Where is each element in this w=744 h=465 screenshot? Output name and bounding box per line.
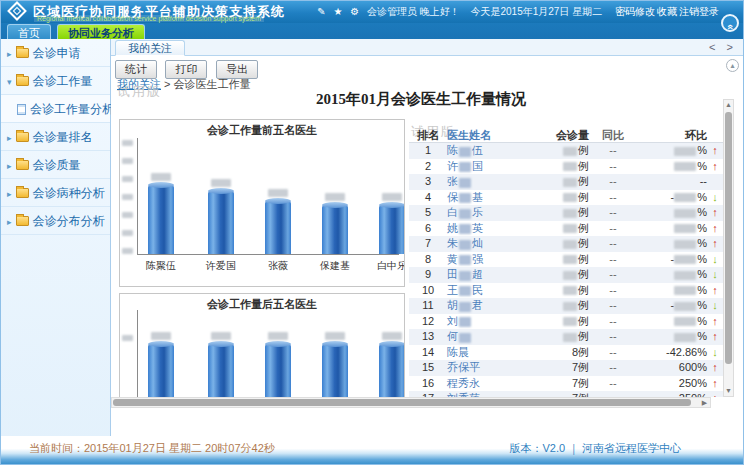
mom-cell: % bbox=[637, 236, 707, 252]
doctor-name-link[interactable]: 王民 bbox=[447, 283, 527, 299]
x-axis bbox=[137, 254, 399, 255]
doctor-name-link[interactable]: 朱灿 bbox=[447, 236, 527, 252]
table-vertical-scrollbar[interactable]: ▲ ▼ bbox=[723, 99, 734, 397]
mom-cell: % bbox=[637, 329, 707, 345]
doctor-name-link[interactable]: 白乐 bbox=[447, 205, 527, 221]
mom-cell: 600% bbox=[637, 360, 707, 376]
censored-volume bbox=[563, 240, 577, 249]
tab-my-focus[interactable]: 我的关注 bbox=[115, 40, 185, 56]
censored-volume bbox=[563, 147, 577, 156]
doctor-name-link[interactable]: 黄强 bbox=[447, 252, 527, 268]
folder-icon bbox=[16, 132, 29, 142]
header-link-2[interactable]: 注销登录 bbox=[679, 6, 719, 17]
breadcrumb-separator: > bbox=[164, 78, 170, 90]
doctor-name-link[interactable]: 张 bbox=[447, 174, 527, 190]
bar-label: 白中乐 bbox=[362, 259, 405, 273]
doctor-name-link[interactable]: 程秀永 bbox=[447, 376, 527, 392]
doctor-name-link[interactable]: 田超 bbox=[447, 267, 527, 283]
app-window: 区域医疗协同服务平台辅助决策支持系统 Regional medical coll… bbox=[0, 0, 744, 465]
pencil-icon[interactable]: ✎ bbox=[317, 6, 325, 17]
table-row: 11胡君例---%↓ bbox=[409, 298, 723, 314]
breadcrumb-parent-link[interactable]: 我的关注 bbox=[117, 78, 161, 90]
tab-scroll-arrows[interactable]: < > bbox=[709, 41, 737, 53]
sidebar-item-label: 会诊质量 bbox=[33, 158, 81, 172]
censored-ytick bbox=[122, 194, 133, 200]
mom-cell: % bbox=[637, 205, 707, 221]
censored-bar-value bbox=[268, 332, 288, 340]
doctor-name-link[interactable]: 陈晨 bbox=[447, 345, 527, 361]
trend-up-icon: ↑ bbox=[707, 159, 723, 175]
doctor-name-link[interactable]: 姚英 bbox=[447, 221, 527, 237]
volume-cell: 例 bbox=[527, 159, 589, 175]
header-bar: 区域医疗协同服务平台辅助决策支持系统 Regional medical coll… bbox=[1, 1, 744, 23]
censored-volume bbox=[563, 302, 577, 311]
header-link-0[interactable]: 密码修改 bbox=[615, 6, 655, 17]
user-greeting: 会诊管理员 晚上好！ bbox=[367, 6, 460, 17]
doctor-name-link[interactable]: 何 bbox=[447, 329, 527, 345]
nav-tab-0[interactable]: 首页 bbox=[7, 24, 51, 40]
mom-cell: % bbox=[637, 221, 707, 237]
nav-tab-1[interactable]: 协同业务分析 bbox=[57, 24, 145, 40]
yoy-cell: -- bbox=[589, 252, 637, 268]
table-row: 7朱灿例--%↑ bbox=[409, 236, 723, 252]
header-link-1[interactable]: 收藏 bbox=[657, 6, 677, 17]
doctor-name-link[interactable]: 陈伍 bbox=[447, 143, 527, 159]
scroll-down-button[interactable]: ▼ bbox=[724, 386, 733, 396]
sidebar-subitem-1-0[interactable]: 会诊工作量分析 bbox=[1, 95, 110, 123]
censored-ytick bbox=[122, 140, 133, 146]
header-collapse-button[interactable]: « bbox=[721, 14, 739, 32]
volume-cell: 例 bbox=[527, 221, 589, 237]
sidebar-item-1[interactable]: ▾会诊工作量 bbox=[1, 67, 110, 95]
table-row: 5白乐例--%↑ bbox=[409, 205, 723, 221]
column-header: 会诊量 bbox=[527, 127, 589, 143]
column-header: 排名 bbox=[409, 127, 447, 143]
vertical-scroll-thumb[interactable] bbox=[725, 112, 732, 364]
chart-top5-title: 会诊工作量前五名医生 bbox=[120, 123, 404, 138]
document-icon bbox=[17, 104, 26, 115]
yoy-cell: -- bbox=[589, 174, 637, 190]
sidebar-item-5[interactable]: ▸会诊分布分析 bbox=[1, 207, 110, 235]
footer-version-area: 版本：V2.0 ｜ 河南省远程医学中心 bbox=[509, 441, 681, 456]
horizontal-scroll-thumb[interactable] bbox=[113, 399, 691, 406]
rank-cell: 5 bbox=[409, 205, 447, 221]
censored-name-char bbox=[459, 178, 471, 188]
table-row: 9田超例--%↓ bbox=[409, 267, 723, 283]
doctor-name-link[interactable]: 保基 bbox=[447, 190, 527, 206]
gear-icon[interactable]: ⚙ bbox=[350, 6, 359, 17]
main-content: 我的关注 < > 统计 打印 导出 ▴ 我的关注 > 会诊医生工作量 试用版 试… bbox=[111, 39, 744, 449]
sidebar-item-4[interactable]: ▸会诊病种分析 bbox=[1, 179, 110, 207]
volume-cell: 例 bbox=[527, 267, 589, 283]
scroll-up-button[interactable]: ▲ bbox=[724, 100, 733, 110]
doctor-name-link[interactable]: 刘 bbox=[447, 314, 527, 330]
censored-percent bbox=[674, 271, 696, 280]
censored-volume bbox=[563, 162, 577, 171]
censored-ytick bbox=[122, 212, 133, 218]
censored-volume bbox=[563, 317, 577, 326]
horizontal-scrollbar[interactable]: ▶ bbox=[111, 397, 711, 408]
yoy-cell: -- bbox=[589, 283, 637, 299]
panel-collapse-button[interactable]: ▴ bbox=[726, 59, 739, 72]
censored-ytick bbox=[122, 230, 133, 236]
scroll-right-button[interactable]: ▶ bbox=[699, 398, 710, 407]
doctor-name-link[interactable]: 胡君 bbox=[447, 298, 527, 314]
censored-name-char bbox=[459, 333, 471, 343]
sidebar-item-3[interactable]: ▸会诊质量 bbox=[1, 151, 110, 179]
table-row: 13何例--%↑ bbox=[409, 329, 723, 345]
censored-bar-value bbox=[151, 173, 171, 181]
yoy-cell: -- bbox=[589, 159, 637, 175]
bar-bottom5-2 bbox=[265, 344, 291, 405]
censored-bar-value bbox=[382, 332, 402, 340]
trend-down-icon: ↓ bbox=[707, 345, 723, 361]
yoy-cell: -- bbox=[589, 205, 637, 221]
rank-cell: 4 bbox=[409, 190, 447, 206]
sidebar-item-2[interactable]: ▸会诊量排名 bbox=[1, 123, 110, 151]
censored-name-char bbox=[459, 255, 471, 265]
volume-cell: 例 bbox=[527, 283, 589, 299]
yoy-cell: -- bbox=[589, 143, 637, 159]
sidebar-item-0[interactable]: ▸会诊申请 bbox=[1, 39, 110, 67]
doctor-name-link[interactable]: 乔保平 bbox=[447, 360, 527, 376]
star-icon[interactable]: ★ bbox=[333, 6, 342, 17]
doctor-name-link[interactable]: 许国 bbox=[447, 159, 527, 175]
table-row: 12刘例--%↑ bbox=[409, 314, 723, 330]
table-row: 10王民例--%↑ bbox=[409, 283, 723, 299]
